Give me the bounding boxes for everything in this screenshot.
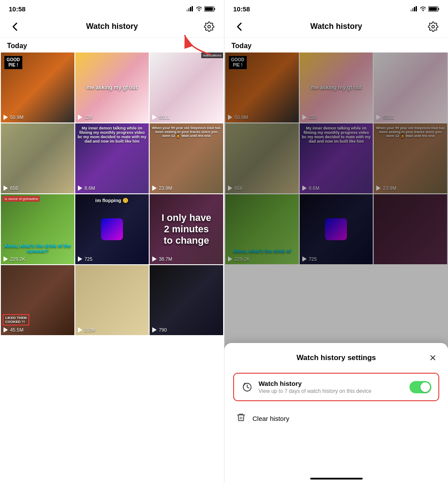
video-count-r6: 23.9M xyxy=(376,186,396,191)
video-overlay-7: Alexa, what's the drink of the summer? xyxy=(1,194,74,264)
good-pie-badge: GOODPIE ! xyxy=(4,56,22,69)
video-count-10: 45.5M xyxy=(4,327,24,332)
play-icon-11 xyxy=(78,327,83,332)
history-clock-icon xyxy=(241,381,253,393)
video-thumb-2[interactable]: me asking my gf out 226 xyxy=(75,52,149,122)
status-bar-right: 10:58 xyxy=(224,0,448,16)
video-thumb-r4: 656 xyxy=(225,123,299,193)
watch-history-settings-sheet: Watch history settings ✕ Watch xyxy=(224,343,448,483)
svg-point-13 xyxy=(423,10,424,11)
video-thumb-11[interactable]: 2.2M xyxy=(75,265,149,335)
video-count-4: 656 xyxy=(4,186,18,191)
video-count-12: 790 xyxy=(152,327,167,332)
video-count-3: 5511 xyxy=(152,115,169,120)
battery-icon-right xyxy=(428,6,439,12)
back-button-right[interactable] xyxy=(231,19,247,35)
play-icon-3 xyxy=(152,115,158,120)
video-thumb-9[interactable]: I only have2 minutesto change 38.7M xyxy=(150,194,223,264)
video-count-6: 23.9M xyxy=(152,186,172,191)
signal-icon-right xyxy=(410,6,418,11)
video-thumb-4[interactable]: 656 xyxy=(1,123,74,193)
play-icon-8 xyxy=(78,256,83,262)
video-count-2: 226 xyxy=(78,115,92,120)
video-count-7: 229.2K xyxy=(4,256,25,262)
left-phone-panel: 10:58 xyxy=(0,0,224,483)
right-phone-panel: 10:58 xyxy=(224,0,448,483)
status-bar-left: 10:58 xyxy=(0,0,224,16)
status-icons-left xyxy=(186,6,215,12)
video-thumb-r8: 725 xyxy=(300,194,373,264)
toggle-left: Watch history View up to 7 days of watch… xyxy=(241,380,371,394)
video-row-r2: 656 My inner demon talking while im film… xyxy=(225,123,447,193)
nav-bar-right: Watch history xyxy=(224,16,448,38)
trash-icon xyxy=(235,413,247,424)
status-icons-right xyxy=(410,6,439,12)
video-thumb-r5: My inner demon talking while im filming … xyxy=(300,123,373,193)
watch-history-label: Watch history xyxy=(259,380,371,387)
gear-icon-right xyxy=(428,21,438,32)
video-count-1: 50.9M xyxy=(4,115,24,120)
video-thumb-5[interactable]: My inner demon talking while im filming … xyxy=(75,123,149,193)
section-header-left: Today xyxy=(0,38,224,52)
nav-bar-left: Watch history xyxy=(0,16,224,38)
video-thumb-7[interactable]: ¼ ounce of grenadine Alexa, what's the d… xyxy=(1,194,74,264)
home-indicator-right xyxy=(310,478,363,480)
svg-rect-0 xyxy=(186,10,188,11)
video-count-r1: 50.9M xyxy=(228,115,248,120)
video-row-r3: Alexa, what's the drink of 229.2K 725 xyxy=(225,194,447,264)
battery-icon xyxy=(204,6,215,12)
cube-visual xyxy=(101,218,123,240)
clear-history-row[interactable]: Clear history xyxy=(233,408,439,429)
notification-bar-3: notifications xyxy=(201,52,223,58)
video-row-2: 656 My inner demon talking while im film… xyxy=(1,123,223,193)
video-overlay-5: My inner demon talking while im filming … xyxy=(75,123,149,193)
svg-rect-6 xyxy=(214,8,215,10)
play-icon-1 xyxy=(4,115,9,120)
wifi-icon xyxy=(196,6,203,11)
video-count-r2: 226 xyxy=(302,115,317,120)
svg-rect-1 xyxy=(188,8,189,11)
video-row-r1: GOODPIE ! 50.9M me asking my gf out 226 … xyxy=(225,52,447,122)
sheet-close-button[interactable]: ✕ xyxy=(427,352,439,364)
video-row-4: LIKED THEMCOOKED ?! 45.5M 2.2M 790 xyxy=(1,265,223,335)
video-count-8: 725 xyxy=(78,256,92,262)
video-thumb-12[interactable]: 790 xyxy=(150,265,223,335)
nav-title-right: Watch history xyxy=(247,22,425,31)
video-thumb-10[interactable]: LIKED THEMCOOKED ?! 45.5M xyxy=(1,265,74,335)
video-count-5: 8.6M xyxy=(78,186,95,191)
video-thumb-8[interactable]: im flopping 🙃 725 xyxy=(75,194,149,264)
video-grid-left: GOODPIE ! 50.9M me asking my gf out 226 … xyxy=(0,52,224,483)
sheet-title: Watch history settings xyxy=(297,354,376,362)
liked-badge: LIKED THEMCOOKED ?! xyxy=(3,314,29,326)
svg-rect-15 xyxy=(438,8,439,10)
toggle-info: Watch history View up to 7 days of watch… xyxy=(259,380,371,394)
video-count-r7: 229.2K xyxy=(228,256,250,262)
video-thumb-r6: When your 55 year old Stepmom Dad has be… xyxy=(374,123,447,193)
play-icon-9 xyxy=(152,256,158,262)
video-count-r5: 8.6M xyxy=(302,186,319,191)
back-button-left[interactable] xyxy=(7,19,23,35)
video-thumb-1[interactable]: GOODPIE ! 50.9M xyxy=(1,52,74,122)
gear-button-right[interactable] xyxy=(425,19,441,35)
gear-icon-left xyxy=(204,21,214,32)
clear-history-label: Clear history xyxy=(252,415,289,422)
good-pie-badge-r: GOODPIE ! xyxy=(229,56,247,69)
play-icon-5 xyxy=(78,186,83,191)
svg-rect-3 xyxy=(192,6,193,11)
section-header-right: Today xyxy=(224,38,448,52)
watch-history-toggle-switch[interactable] xyxy=(410,381,431,393)
video-thumb-3[interactable]: notifications 5511 xyxy=(150,52,223,122)
video-thumb-6[interactable]: When your 55 year old Stepmom Dad has be… xyxy=(150,123,223,193)
video-thumb-r7: Alexa, what's the drink of 229.2K xyxy=(225,194,299,264)
sheet-header: Watch history settings ✕ xyxy=(233,352,439,364)
gear-button-left[interactable] xyxy=(201,19,217,35)
video-overlay-2: me asking my gf out xyxy=(75,52,149,122)
video-row-1: GOODPIE ! 50.9M me asking my gf out 226 … xyxy=(1,52,223,122)
video-overlay-9: I only have2 minutesto change xyxy=(150,194,223,264)
watch-history-toggle-row[interactable]: Watch history View up to 7 days of watch… xyxy=(233,373,439,401)
time-right: 10:58 xyxy=(233,5,250,13)
toggle-row-inner: Watch history View up to 7 days of watch… xyxy=(241,380,431,394)
video-count-r4: 656 xyxy=(228,186,242,191)
watch-history-sublabel: View up to 7 days of watch history on th… xyxy=(259,388,371,394)
play-icon-2 xyxy=(78,115,83,120)
